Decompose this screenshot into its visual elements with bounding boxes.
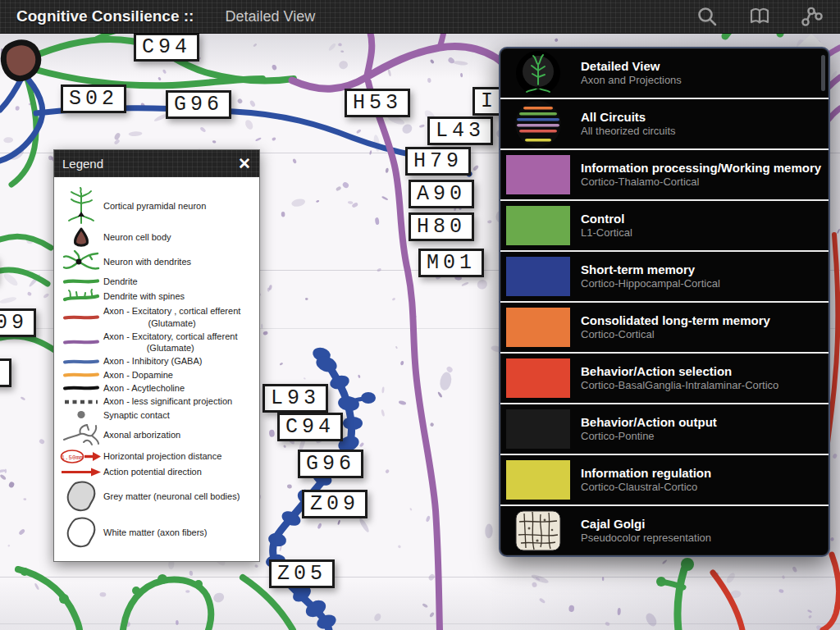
node-label[interactable]: Z09 bbox=[302, 490, 368, 518]
menu-item-1[interactable]: All Circuits All theorized circuits bbox=[500, 99, 829, 150]
synaptic-contact-icon bbox=[59, 410, 103, 419]
legend-item-label: Cortical pyramidal neuron bbox=[103, 200, 206, 212]
axon-line-icon bbox=[59, 358, 103, 365]
node-label[interactable]: A90 bbox=[409, 180, 474, 208]
node-label[interactable]: C94 bbox=[277, 413, 343, 441]
node-label[interactable]: H53 bbox=[345, 89, 410, 117]
menu-item-subtitle: L1-Cortical bbox=[581, 226, 632, 240]
menu-scrollbar[interactable] bbox=[821, 55, 825, 91]
book-icon[interactable] bbox=[748, 5, 771, 28]
node-label[interactable]: Z05 bbox=[269, 559, 335, 588]
menu-item-title: Information regulation bbox=[581, 466, 711, 482]
legend-item-label: Axonal arborization bbox=[103, 429, 180, 441]
node-label[interactable]: L43 bbox=[427, 116, 493, 145]
menu-item-5[interactable]: Consolidated long-term memory Cortico-Co… bbox=[500, 303, 829, 354]
menu-item-subtitle: Cortico-BasalGanglia-Intralaminar-Cortic… bbox=[581, 379, 778, 392]
legend-item: Dendrite bbox=[59, 276, 254, 287]
legend-item: Axon - Inhibitory (GABA) bbox=[59, 355, 254, 367]
node-label[interactable]: G96 bbox=[166, 90, 231, 119]
legend-item-label: Synaptic contact bbox=[103, 409, 170, 421]
menu-item-6[interactable]: Behavior/Action selection Cortico-BasalG… bbox=[500, 354, 829, 404]
menu-item-8[interactable]: Information regulation Cortico-Claustral… bbox=[500, 455, 829, 506]
neuron-cell-body-icon bbox=[59, 226, 103, 248]
node-label[interactable]: G96 bbox=[298, 450, 363, 478]
view-selector-menu: Detailed View Axon and Projections All C… bbox=[499, 47, 830, 557]
legend-item: Dendrite with spines bbox=[59, 289, 254, 304]
legend-item-label: Axon - Acytlecholine bbox=[103, 382, 185, 394]
svg-text:1.50mm: 1.50mm bbox=[61, 454, 84, 460]
grey-matter-icon bbox=[59, 479, 103, 514]
menu-item-9[interactable]: Cajal Golgi Pseudocolor representation bbox=[500, 506, 829, 555]
circuit-color-swatch bbox=[506, 155, 570, 194]
legend-item: Axon - Excitatory, cortical afferent(Glu… bbox=[59, 331, 254, 354]
circuit-color-swatch bbox=[506, 409, 570, 449]
menu-item-3[interactable]: Control L1-Cortical bbox=[500, 201, 829, 252]
menu-item-visual bbox=[505, 100, 571, 148]
legend-item-label: Axon - Excitatory , cortical efferent(Gl… bbox=[103, 305, 240, 329]
node-label[interactable]: C94 bbox=[134, 33, 199, 62]
node-label[interactable]: M01 bbox=[418, 249, 484, 277]
node-label[interactable]: H80 bbox=[409, 212, 474, 241]
legend-item: Synaptic contact bbox=[59, 409, 254, 421]
legend-item-label: Axon - Inhibitory (GABA) bbox=[103, 355, 202, 367]
legend-item: 1.50mm Horizontal projection distance bbox=[59, 449, 254, 464]
dendrite-with-spines-icon bbox=[59, 289, 103, 304]
legend-item: Neuron with dendrites bbox=[59, 249, 254, 274]
legend-item-label: Action potential direction bbox=[103, 466, 202, 477]
menu-item-visual bbox=[505, 409, 571, 449]
legend-item: Axon - less significant projection bbox=[59, 395, 254, 407]
dendrite-icon bbox=[59, 278, 103, 285]
axon-line-icon bbox=[59, 339, 103, 345]
menu-item-subtitle: Cortico-Pontine bbox=[581, 430, 717, 443]
legend-items: Cortical pyramidal neuron Neuron cell bo… bbox=[54, 177, 259, 561]
menu-item-subtitle: Cortico-Hippocampal-Cortical bbox=[581, 277, 720, 290]
legend-item-label: Axon - less significant projection bbox=[103, 395, 232, 407]
circuit-color-swatch bbox=[506, 460, 570, 500]
legend-item: White matter (axon fibers) bbox=[59, 515, 254, 550]
node-label[interactable]: 96 bbox=[0, 358, 11, 387]
legend-item: Axonal arborization bbox=[59, 422, 254, 447]
menu-item-title: All Circuits bbox=[581, 110, 676, 126]
menu-item-2[interactable]: Information processing/Working memory Co… bbox=[500, 150, 829, 201]
menu-item-title: Short-term memory bbox=[581, 262, 720, 278]
node-label[interactable]: H79 bbox=[405, 147, 471, 176]
menu-item-title: Cajal Golgi bbox=[581, 517, 711, 532]
topbar-icons bbox=[696, 5, 840, 28]
menu-item-visual bbox=[505, 308, 571, 347]
menu-item-0[interactable]: Detailed View Axon and Projections bbox=[500, 48, 829, 99]
menu-item-visual bbox=[505, 155, 571, 194]
search-icon[interactable] bbox=[696, 5, 719, 28]
legend-item-label: Axon - Dopamine bbox=[103, 369, 173, 381]
close-icon[interactable]: ✕ bbox=[238, 156, 251, 171]
circuit-color-swatch bbox=[506, 308, 570, 347]
circuit-color-swatch bbox=[506, 206, 570, 245]
node-label[interactable]: L93 bbox=[262, 384, 328, 413]
menu-item-4[interactable]: Short-term memory Cortico-Hippocampal-Co… bbox=[500, 252, 829, 303]
menu-item-7[interactable]: Behavior/Action output Cortico-Pontine bbox=[500, 404, 829, 455]
projection-distance-icon: 1.50mm bbox=[59, 449, 103, 464]
legend-title: Legend bbox=[62, 157, 103, 171]
circuit-menu-icon[interactable] bbox=[801, 5, 824, 28]
menu-item-subtitle: Pseudocolor representation bbox=[581, 532, 711, 545]
legend-panel: Legend ✕ Cortical pyramidal neuron Neuro… bbox=[53, 149, 260, 562]
menu-items: Detailed View Axon and Projections All C… bbox=[500, 48, 829, 555]
legend-item-label: White matter (axon fibers) bbox=[103, 527, 208, 538]
neuron-image-icon bbox=[512, 50, 564, 96]
node-label[interactable]: Z09 bbox=[0, 308, 36, 337]
axon-line-icon bbox=[59, 385, 103, 391]
menu-item-subtitle: Cortico-Claustral-Cortico bbox=[581, 481, 711, 494]
legend-item: Grey matter (neuronal cell bodies) bbox=[59, 479, 254, 514]
menu-item-title: Information processing/Working memory bbox=[581, 161, 821, 176]
axon-dashed-icon bbox=[59, 399, 103, 405]
node-label[interactable]: S02 bbox=[61, 84, 126, 113]
menu-item-title: Behavior/Action output bbox=[581, 415, 717, 431]
menu-item-visual bbox=[505, 257, 571, 296]
legend-item: Neuron cell body bbox=[59, 226, 254, 248]
legend-item-label: Horizontal projection distance bbox=[103, 450, 221, 462]
menu-item-subtitle: Cortico-Cortical bbox=[581, 328, 770, 341]
view-title: Detailed View bbox=[225, 8, 315, 25]
circuit-color-swatch bbox=[506, 358, 570, 398]
axonal-arborization-icon bbox=[59, 422, 103, 447]
menu-item-title: Detailed View bbox=[581, 59, 682, 75]
menu-item-subtitle: Axon and Projections bbox=[581, 74, 682, 87]
